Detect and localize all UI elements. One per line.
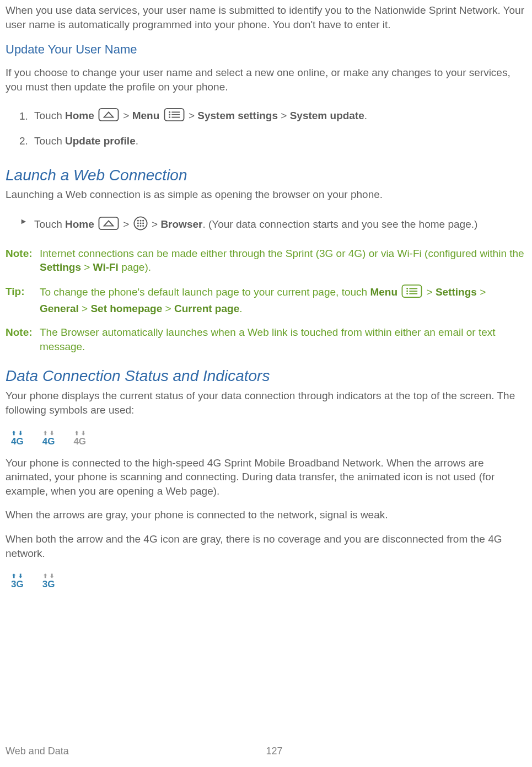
arrows-icon: ⬆⬇: [74, 431, 85, 436]
label-menu: Menu: [132, 110, 160, 122]
text: .: [364, 110, 367, 122]
sep: >: [186, 110, 198, 122]
home-icon: [98, 108, 119, 125]
label-update-profile: Update profile: [65, 135, 136, 147]
intro-paragraph: When you use data services, your user na…: [6, 3, 526, 31]
status-p2: When the arrows are gray, your phone is …: [6, 508, 526, 522]
note-body: The Browser automatically launches when …: [40, 325, 526, 353]
text: .: [239, 303, 242, 314]
launch-bullet: Touch Home > > Browser. (Your data conne…: [20, 212, 526, 239]
indicator-label: 3G: [42, 580, 55, 589]
tip-1: Tip: To change the phone's default launc…: [6, 285, 526, 315]
indicator-label: 4G: [11, 437, 24, 446]
update-steps-list: Touch Home > Menu > System settings > Sy…: [6, 104, 526, 152]
home-icon: [98, 217, 119, 234]
indicator-3g-active: ⬆⬇ 3G: [11, 573, 24, 589]
note-2: Note: The Browser automatically launches…: [6, 325, 526, 353]
label-current-page: Current page: [174, 303, 239, 314]
label-settings: Settings: [40, 261, 81, 273]
sep: >: [81, 261, 93, 273]
menu-icon: [164, 108, 185, 125]
step-1: Touch Home > Menu > System settings > Sy…: [31, 104, 526, 130]
step-2: Touch Update profile.: [31, 130, 526, 153]
tip-body: To change the phone's default launch pag…: [40, 285, 526, 315]
note-label: Note:: [6, 325, 40, 353]
sep: >: [278, 110, 290, 122]
text: To change the phone's default launch pag…: [40, 286, 370, 298]
apps-icon: [133, 216, 148, 234]
sep: >: [120, 218, 132, 230]
text: Touch: [34, 110, 65, 122]
heading-launch-web-connection: Launch a Web Connection: [6, 165, 526, 186]
label-system-update: System update: [290, 110, 364, 122]
indicator-label: 4G: [73, 437, 86, 446]
label-menu: Menu: [370, 286, 397, 298]
heading-data-connection-status: Data Connection Status and Indicators: [6, 366, 526, 387]
heading-update-user-name: Update Your User Name: [6, 41, 526, 58]
indicator-row-3g: ⬆⬇ 3G ⬆⬇ 3G: [6, 570, 526, 599]
note-body: Internet connections can be made either …: [40, 246, 526, 275]
note-1: Note: Internet connections can be made e…: [6, 246, 526, 275]
indicator-row-4g: ⬆⬇ 4G ⬆⬇ 4G ⬆⬇ 4G: [6, 427, 526, 456]
sep: >: [149, 218, 161, 230]
indicator-4g-disconnected: ⬆⬇ 4G: [73, 431, 86, 446]
indicator-4g-active: ⬆⬇ 4G: [11, 431, 24, 446]
sep: >: [423, 286, 436, 298]
sep: >: [477, 286, 486, 298]
status-description: Your phone displays the current status o…: [6, 389, 526, 417]
label-set-homepage: Set homepage: [90, 303, 162, 314]
arrows-icon: ⬆⬇: [43, 431, 54, 436]
arrows-icon: ⬆⬇: [12, 431, 23, 436]
label-settings: Settings: [436, 286, 477, 298]
indicator-label: 4G: [42, 437, 55, 446]
indicator-label: 3G: [11, 580, 24, 589]
text: .: [136, 135, 138, 147]
text: Touch: [34, 135, 65, 147]
indicator-4g-weak: ⬆⬇ 4G: [42, 431, 55, 446]
indicator-3g-weak: ⬆⬇ 3G: [42, 573, 55, 589]
label-wifi: Wi-Fi: [93, 261, 119, 273]
update-description: If you choose to change your user name a…: [6, 66, 526, 94]
status-p1: Your phone is connected to the high-spee…: [6, 456, 526, 498]
label-general: General: [40, 303, 79, 314]
text: page).: [119, 261, 151, 273]
note-label: Note:: [6, 246, 40, 275]
label-system-settings: System settings: [197, 110, 278, 122]
launch-bullet-list: Touch Home > > Browser. (Your data conne…: [6, 212, 526, 239]
text: Touch: [34, 218, 65, 230]
label-browser: Browser: [160, 218, 202, 230]
sep: >: [162, 303, 174, 314]
arrows-icon: ⬆⬇: [12, 573, 23, 579]
text: . (Your data connection starts and you s…: [202, 218, 477, 230]
menu-icon: [401, 285, 422, 302]
status-p3: When both the arrow and the 4G icon are …: [6, 532, 526, 560]
sep: >: [79, 303, 91, 314]
text: Internet connections can be made either …: [40, 248, 524, 259]
label-home: Home: [65, 110, 94, 122]
label-home: Home: [65, 218, 94, 230]
launch-description: Launching a Web connection is as simple …: [6, 187, 526, 202]
sep: >: [120, 110, 132, 122]
tip-label: Tip:: [6, 285, 40, 315]
arrows-icon: ⬆⬇: [43, 573, 54, 579]
